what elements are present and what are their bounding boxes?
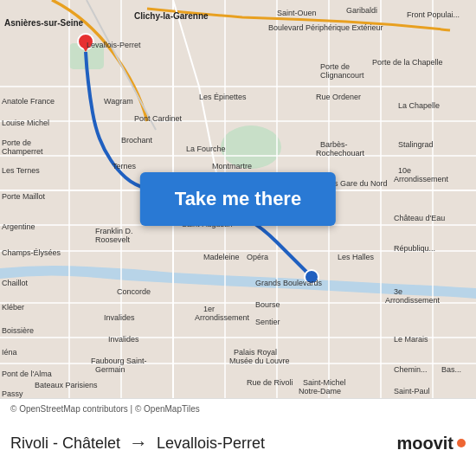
svg-text:Les Épinettes: Les Épinettes	[199, 93, 247, 101]
take-me-there-button[interactable]: Take me there	[140, 172, 336, 226]
svg-text:Wagram: Wagram	[104, 97, 133, 106]
svg-text:Porte de la Chapelle: Porte de la Chapelle	[372, 58, 443, 67]
svg-text:Anatole France: Anatole France	[2, 97, 55, 106]
svg-text:La Fourche: La Fourche	[186, 145, 226, 153]
moovit-dot-icon	[457, 439, 466, 447]
svg-text:Arrondissement: Arrondissement	[385, 296, 441, 305]
svg-text:Boulevard Périphérique Extérie: Boulevard Périphérique Extérieur	[268, 23, 383, 32]
svg-text:Grands Boulevards: Grands Boulevards	[255, 279, 323, 287]
svg-text:Iéna: Iéna	[2, 348, 17, 357]
svg-text:Arrondissement: Arrondissement	[195, 313, 250, 322]
svg-text:Kléber: Kléber	[2, 303, 24, 312]
svg-text:Notre-Dame: Notre-Dame	[299, 387, 341, 396]
route-info: Rivoli - Châtelet → Levallois-Perret	[10, 432, 265, 454]
svg-text:Stalingrad: Stalingrad	[398, 140, 434, 149]
svg-text:Concorde: Concorde	[117, 287, 151, 296]
svg-text:Asnières-sur-Seine: Asnières-sur-Seine	[4, 18, 84, 28]
svg-text:Front Populai...: Front Populai...	[407, 10, 460, 19]
bottom-bar: © OpenStreetMap contributors | © OpenMap…	[0, 398, 476, 476]
svg-text:1er: 1er	[203, 305, 215, 313]
map-container: Asnières-sur-Seine Clichy-la-Garenne Sai…	[0, 0, 476, 398]
svg-text:3e: 3e	[394, 287, 402, 296]
svg-text:Arrondissement: Arrondissement	[394, 175, 449, 183]
svg-text:Rochechouart: Rochechouart	[316, 149, 365, 158]
svg-text:Louise Michel: Louise Michel	[2, 119, 49, 127]
svg-text:Saint-Paul: Saint-Paul	[394, 387, 430, 396]
svg-text:Saint-Michel: Saint-Michel	[303, 378, 346, 387]
svg-text:La Chapelle: La Chapelle	[398, 101, 440, 110]
svg-text:Rue de Rivoli: Rue de Rivoli	[247, 378, 293, 387]
svg-text:Porte de: Porte de	[2, 138, 31, 147]
svg-text:Ternes: Ternes	[113, 162, 137, 170]
svg-text:Passy: Passy	[2, 389, 23, 398]
svg-text:Invalides: Invalides	[108, 335, 139, 344]
route-row: Rivoli - Châtelet → Levallois-Perret moo…	[10, 415, 466, 471]
svg-text:Boissière: Boissière	[2, 326, 34, 335]
svg-text:Levallois-Perret: Levallois-Perret	[87, 41, 141, 49]
svg-text:Les Halles: Les Halles	[338, 253, 375, 261]
attribution: © OpenStreetMap contributors | © OpenMap…	[10, 404, 466, 414]
svg-text:Invalides: Invalides	[104, 313, 135, 322]
svg-text:Bateaux Parisiens: Bateaux Parisiens	[35, 381, 98, 389]
svg-text:Saint-Ouen: Saint-Ouen	[277, 9, 317, 17]
svg-text:Clichy-la-Garenne: Clichy-la-Garenne	[134, 11, 209, 21]
svg-text:Brochant: Brochant	[121, 136, 153, 145]
destination-label: Levallois-Perret	[157, 434, 265, 453]
svg-text:Barbès-: Barbès-	[320, 140, 348, 149]
svg-text:Républiqu...: Républiqu...	[394, 244, 435, 253]
moovit-text: moovit	[396, 434, 453, 453]
svg-text:Garibaldi: Garibaldi	[346, 6, 377, 15]
svg-text:Palais Royal: Palais Royal	[234, 348, 277, 357]
svg-text:Germain: Germain	[95, 365, 125, 374]
svg-text:Madeleine: Madeleine	[203, 253, 240, 261]
svg-text:Champs-Élysées: Champs-Élysées	[2, 248, 61, 257]
svg-text:Opéra: Opéra	[247, 253, 268, 261]
svg-text:Porte Maillot: Porte Maillot	[2, 192, 46, 201]
svg-text:Musée du Louvre: Musée du Louvre	[229, 357, 290, 365]
svg-text:Argentine: Argentine	[2, 222, 35, 231]
moovit-logo: moovit	[396, 434, 466, 453]
svg-text:Bas...: Bas...	[441, 365, 461, 374]
svg-text:Faubourg Saint-: Faubourg Saint-	[91, 357, 147, 365]
svg-text:Sentier: Sentier	[255, 318, 280, 326]
svg-text:Champerret: Champerret	[2, 147, 43, 156]
svg-text:Bourse: Bourse	[255, 300, 280, 309]
svg-text:Chemin...: Chemin...	[394, 365, 428, 374]
svg-text:Rue Ordener: Rue Ordener	[316, 93, 361, 101]
svg-text:Franklin D.: Franklin D.	[95, 227, 133, 235]
origin-label: Rivoli - Châtelet	[10, 434, 120, 453]
svg-text:Chaillot: Chaillot	[2, 279, 29, 287]
svg-text:Roosevelt: Roosevelt	[95, 235, 131, 244]
svg-text:Porte de: Porte de	[320, 62, 350, 71]
svg-text:Le Marais: Le Marais	[394, 335, 428, 344]
svg-text:Montmartre: Montmartre	[212, 162, 252, 170]
svg-text:10e: 10e	[398, 166, 411, 175]
route-arrow-icon: →	[129, 432, 148, 454]
svg-text:Pont Cardinet: Pont Cardinet	[134, 114, 183, 123]
svg-text:Pont de l'Alma: Pont de l'Alma	[2, 370, 52, 378]
svg-text:Château d'Eau: Château d'Eau	[394, 214, 445, 222]
svg-text:Clignancourt: Clignancourt	[320, 71, 364, 80]
svg-text:Les Ternes: Les Ternes	[2, 166, 40, 175]
